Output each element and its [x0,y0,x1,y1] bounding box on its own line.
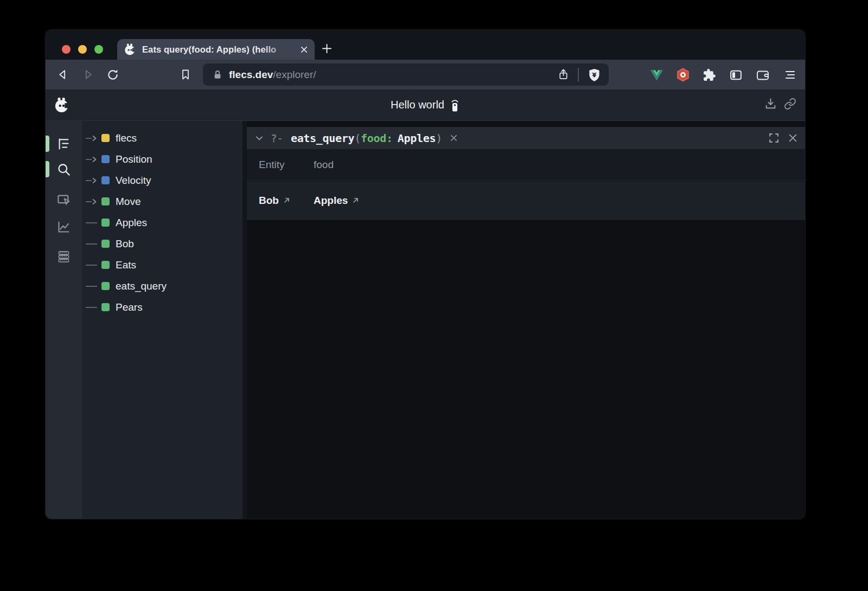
hexagon-extension-icon[interactable] [676,68,690,82]
tree-item-flecs[interactable]: flecs [82,127,242,149]
remote-icon [450,98,460,112]
tab-close-icon[interactable] [300,46,308,54]
entity-color-swatch [101,303,110,311]
minimize-window-button[interactable] [78,45,87,54]
fullscreen-icon[interactable] [769,133,779,143]
close-window-button[interactable] [62,45,71,54]
entity-color-swatch [101,197,110,205]
tab-bar: Eats query(food: Apples) (hello [46,30,805,60]
expand-chevron-icon[interactable] [85,176,99,185]
query-title: eats_query(food:Apples) [291,132,442,145]
tab-title: Eats query(food: Apples) (hello [142,44,295,55]
search-panel-button[interactable] [56,162,71,177]
expand-chevron-icon[interactable] [85,197,99,206]
leaf-line-icon [85,240,99,248]
entity-color-swatch [101,261,110,269]
url-bar[interactable]: flecs.dev/explorer/ [203,63,609,86]
entity-color-swatch [101,176,110,184]
page-title-row: Hello world [46,98,805,112]
chart-panel-button[interactable] [56,220,71,234]
url-domain: flecs.dev [229,69,273,80]
tree-item-eats[interactable]: Eats [82,254,242,275]
world-name: Hello world [391,99,444,111]
expand-chevron-icon[interactable] [85,155,99,164]
leaf-line-icon [85,219,99,227]
tree-item-label: Pears [116,301,143,313]
tree-item-bob[interactable]: Bob [82,233,242,254]
download-button[interactable] [764,98,777,110]
traffic-lights [62,45,103,54]
entity-color-swatch [101,134,110,142]
tree-item-label: eats_query [116,280,167,292]
forward-button[interactable] [82,68,94,81]
close-paren: ) [436,132,442,145]
new-tab-button[interactable] [321,43,333,54]
active-panel-pill-search [46,161,49,177]
entity-color-swatch [101,155,110,163]
sidebar-toggle-icon[interactable] [729,68,743,82]
tree-item-velocity[interactable]: Velocity [82,170,242,191]
inspect-panel-button[interactable] [56,192,71,207]
browser-toolbar: flecs.dev/explorer/ [46,60,805,89]
panel-close-icon[interactable] [788,133,797,143]
menu-icon[interactable] [783,68,796,81]
collapse-chevron-icon[interactable] [254,133,264,143]
query-name: eats_query [291,132,354,145]
tree-item-label: Move [116,196,141,208]
column-header-food: food [314,159,805,171]
entity-cell[interactable]: Bob [259,195,279,207]
bookmark-button[interactable] [180,68,192,81]
results-table-header: Entity food [247,149,805,181]
extensions-puzzle-icon[interactable] [703,68,716,82]
tree-item-pears[interactable]: Pears [82,297,242,318]
vue-devtools-icon[interactable] [650,68,663,81]
reload-button[interactable] [106,68,119,81]
tree-item-move[interactable]: Move [82,191,242,212]
active-panel-pill-tree [46,136,49,152]
browser-tab[interactable]: Eats query(food: Apples) (hello [117,39,315,60]
query-panel-header: ?- eats_query(food:Apples) [247,127,805,149]
entity-tree-panel: flecs Position Velocity Move Apples [82,121,242,519]
brave-shield-icon[interactable] [588,68,601,82]
panel-divider[interactable] [242,121,247,519]
tree-item-position[interactable]: Position [82,149,242,170]
wallet-icon[interactable] [756,68,770,82]
browser-window: Eats query(food: Apples) (hello flecs.de… [46,30,805,519]
query-clear-icon[interactable] [450,134,458,142]
content-area: flecs Position Velocity Move Apples [46,121,805,519]
url-text: flecs.dev/explorer/ [229,69,316,81]
query-value: Apples [398,132,436,145]
query-panel: ?- eats_query(food:Apples) Entity food [247,121,805,519]
query-prompt: ?- [271,132,283,144]
tree-panel-button[interactable] [56,137,71,151]
food-cell[interactable]: Apples [314,195,348,207]
external-link-icon[interactable] [352,197,359,204]
url-path: /explorer/ [273,69,316,80]
entity-color-swatch [101,282,110,290]
panel-icon-strip [46,121,82,519]
toolbar-divider [578,68,579,82]
flecs-favicon-icon [124,43,137,56]
tree-item-label: Position [116,153,152,165]
back-button[interactable] [56,68,69,81]
link-button[interactable] [784,98,796,110]
leaf-line-icon [85,303,99,312]
tree-item-label: Bob [116,238,134,250]
open-paren: ( [354,132,361,145]
entity-color-swatch [101,219,110,227]
share-button[interactable] [558,68,569,81]
query-param: food [361,132,386,145]
external-link-icon[interactable] [283,197,290,204]
zoom-window-button[interactable] [94,45,103,54]
tree-item-eats-query[interactable]: eats_query [82,275,242,297]
column-header-entity: Entity [259,159,314,171]
tree-item-label: Eats [116,259,136,271]
lock-icon [213,69,222,80]
tree-item-label: Velocity [116,175,151,187]
stats-panel-button[interactable] [56,249,71,264]
leaf-line-icon [85,261,99,269]
tree-item-label: flecs [116,132,137,144]
expand-chevron-icon[interactable] [85,134,99,143]
app-header: Hello world [46,89,805,121]
tree-item-apples[interactable]: Apples [82,212,242,233]
